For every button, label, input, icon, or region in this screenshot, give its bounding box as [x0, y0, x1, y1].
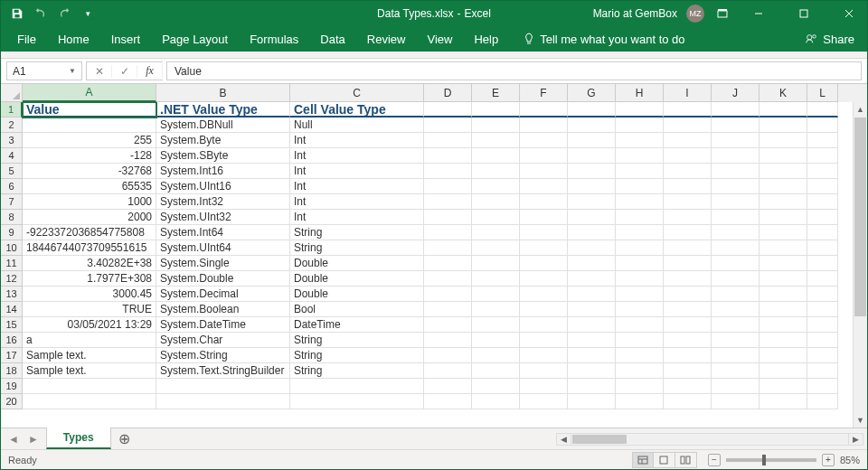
cell[interactable]: System.DateTime [156, 317, 290, 333]
cell[interactable] [712, 210, 760, 225]
cell[interactable] [807, 394, 838, 409]
column-header[interactable]: H [616, 84, 664, 102]
row-header[interactable]: 20 [1, 394, 23, 409]
cell[interactable]: System.UInt32 [156, 210, 290, 225]
cell[interactable] [520, 287, 568, 302]
cell[interactable] [712, 225, 760, 240]
cell[interactable] [616, 394, 664, 409]
cell[interactable] [664, 118, 712, 133]
row-header[interactable]: 19 [1, 379, 23, 394]
cell[interactable] [520, 317, 568, 333]
cell[interactable] [520, 179, 568, 194]
cell[interactable] [290, 379, 424, 394]
cell[interactable] [807, 225, 838, 240]
cell[interactable] [664, 133, 712, 148]
cell[interactable] [760, 271, 807, 287]
avatar[interactable]: MZ [686, 5, 704, 23]
cell[interactable] [424, 287, 472, 302]
cell[interactable] [664, 379, 712, 394]
cell[interactable] [616, 379, 664, 394]
cell[interactable] [712, 363, 760, 379]
cell[interactable] [807, 133, 838, 148]
cell[interactable] [424, 256, 472, 271]
cell[interactable] [760, 164, 807, 179]
cell[interactable]: -9223372036854775808 [23, 225, 156, 240]
cell[interactable]: Int [290, 179, 424, 194]
cell[interactable] [568, 302, 616, 317]
hscroll-thumb[interactable] [572, 435, 627, 444]
cell[interactable]: Null [290, 118, 424, 133]
cell[interactable] [568, 133, 616, 148]
new-sheet-button[interactable]: ⊕ [111, 428, 138, 449]
cell[interactable] [616, 363, 664, 379]
cell[interactable] [664, 256, 712, 271]
cell[interactable] [520, 394, 568, 409]
zoom-slider[interactable] [726, 458, 816, 462]
cell[interactable] [616, 164, 664, 179]
cell[interactable] [568, 240, 616, 256]
cell[interactable] [760, 148, 807, 164]
cell[interactable]: System.Int32 [156, 194, 290, 210]
cell[interactable]: Cell Value Type [290, 102, 424, 118]
cell[interactable] [424, 348, 472, 363]
cell[interactable] [424, 179, 472, 194]
cell[interactable] [664, 164, 712, 179]
cell[interactable] [520, 118, 568, 133]
cell[interactable]: System.Char [156, 333, 290, 348]
tell-me-search[interactable]: Tell me what you want to do [513, 26, 695, 52]
user-name[interactable]: Mario at GemBox [593, 7, 677, 20]
column-header[interactable]: G [568, 84, 616, 102]
page-layout-view-button[interactable] [654, 452, 675, 468]
cell[interactable]: 03/05/2021 13:29 [23, 317, 156, 333]
cell[interactable]: Sample text. [23, 363, 156, 379]
row-header[interactable]: 10 [1, 240, 23, 256]
cell[interactable]: a [23, 333, 156, 348]
horizontal-scrollbar[interactable]: ◀ ▶ [556, 433, 863, 446]
cell[interactable]: Int [290, 194, 424, 210]
cell[interactable]: System.UInt64 [156, 240, 290, 256]
cell[interactable] [568, 317, 616, 333]
cell[interactable] [807, 333, 838, 348]
cell[interactable] [472, 210, 520, 225]
cell[interactable] [568, 164, 616, 179]
tab-data[interactable]: Data [309, 26, 355, 52]
cell[interactable] [472, 102, 520, 118]
column-header[interactable]: L [807, 84, 838, 102]
cell[interactable] [760, 317, 807, 333]
cell[interactable] [712, 379, 760, 394]
cell[interactable] [712, 271, 760, 287]
cell[interactable] [807, 118, 838, 133]
normal-view-button[interactable] [632, 452, 654, 468]
cell[interactable] [616, 348, 664, 363]
cell[interactable] [424, 164, 472, 179]
cell[interactable]: Int [290, 133, 424, 148]
cell[interactable]: String [290, 240, 424, 256]
cell[interactable] [424, 271, 472, 287]
cell[interactable] [807, 102, 838, 118]
cell[interactable] [472, 348, 520, 363]
cell[interactable] [520, 240, 568, 256]
cell[interactable] [664, 363, 712, 379]
cell[interactable] [424, 148, 472, 164]
chevron-down-icon[interactable]: ▼ [69, 67, 76, 75]
row-header[interactable]: 9 [1, 225, 23, 240]
cell[interactable] [760, 333, 807, 348]
scroll-thumb[interactable] [854, 118, 866, 316]
cell[interactable] [807, 256, 838, 271]
cell[interactable] [520, 256, 568, 271]
qat-customize-icon[interactable]: ▾ [80, 6, 95, 21]
cell[interactable] [616, 148, 664, 164]
cell[interactable] [760, 179, 807, 194]
cell[interactable] [712, 287, 760, 302]
formula-input[interactable]: Value [166, 61, 862, 80]
cell[interactable] [760, 118, 807, 133]
row-header[interactable]: 1 [1, 102, 23, 118]
cell[interactable] [712, 118, 760, 133]
sheet-prev-icon[interactable]: ◄ [8, 433, 19, 446]
cell[interactable]: System.SByte [156, 148, 290, 164]
cell[interactable] [424, 363, 472, 379]
cell[interactable] [616, 271, 664, 287]
cell[interactable]: String [290, 333, 424, 348]
cell[interactable] [712, 256, 760, 271]
cell[interactable] [664, 317, 712, 333]
